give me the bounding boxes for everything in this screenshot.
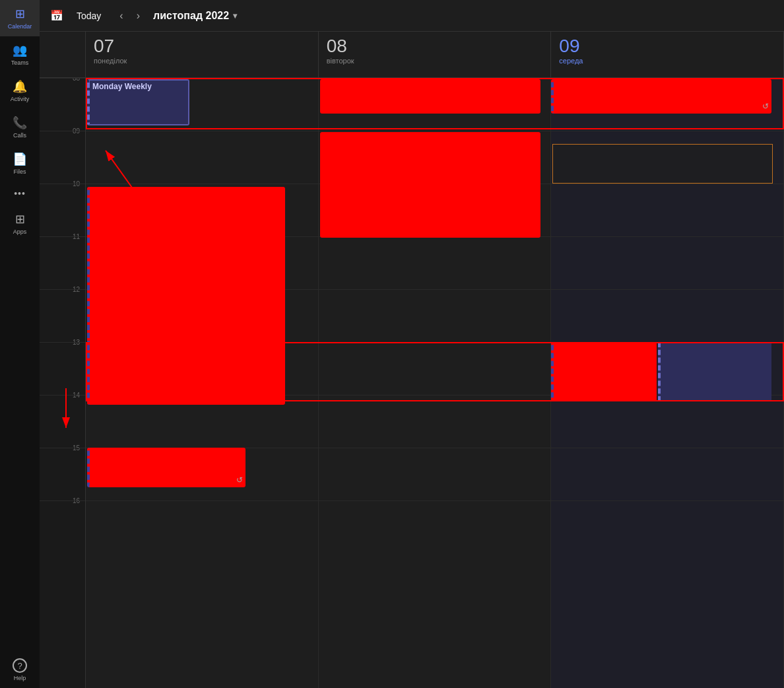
event-mon-red3[interactable]: ↺ — [87, 448, 245, 487]
event-tue-red1[interactable] — [320, 79, 540, 114]
sidebar-label-activity: Activity — [11, 96, 30, 102]
activity-icon: 🔔 — [13, 79, 27, 94]
event-mon-red2[interactable] — [87, 342, 285, 401]
next-button[interactable]: › — [131, 7, 145, 24]
column-tuesday — [319, 78, 552, 688]
day-num-wed: 09 — [559, 37, 775, 55]
sidebar-item-files[interactable]: 📄 Files — [0, 145, 40, 182]
files-icon: 📄 — [13, 152, 27, 166]
sidebar-item-more[interactable]: ••• — [0, 182, 40, 205]
calendar-icon: ⊞ — [15, 7, 25, 21]
today-button[interactable]: Today — [71, 8, 106, 24]
sidebar-item-teams[interactable]: 👥 Teams — [0, 36, 40, 73]
apps-icon: ⊞ — [15, 212, 25, 226]
month-selector[interactable]: листопад 2022 ▾ — [153, 10, 237, 22]
prev-button[interactable]: ‹ — [114, 7, 128, 24]
help-icon: ? — [13, 658, 27, 673]
sidebar-label-teams: Teams — [11, 59, 29, 66]
calls-icon: 📞 — [13, 116, 27, 130]
sidebar-item-help[interactable]: ? Help — [0, 652, 40, 688]
time-gutter: 08 09 10 11 12 13 14 15 16 — [40, 78, 86, 688]
day-name-mon: понеділок — [94, 57, 310, 65]
sidebar-label-apps: Apps — [13, 228, 27, 235]
column-wednesday: ↺ — [551, 78, 784, 688]
scrollable-grid[interactable]: 08 09 10 11 12 13 14 15 16 — [40, 78, 784, 688]
day-num-mon: 07 — [94, 37, 310, 55]
sidebar-item-calls[interactable]: 📞 Calls — [0, 109, 40, 145]
day-num-tue: 08 — [327, 37, 543, 55]
time-gutter-header — [40, 32, 86, 77]
refresh-icon-mon: ↺ — [236, 475, 243, 485]
day-name-wed: середа — [559, 57, 775, 65]
sidebar-item-apps[interactable]: ⊞ Apps — [0, 205, 40, 242]
sidebar: ⊞ Calendar 👥 Teams 🔔 Activity 📞 Calls 📄 … — [0, 0, 40, 688]
event-tue-red2[interactable] — [320, 132, 540, 238]
sidebar-label-files: Files — [13, 168, 26, 175]
chevron-down-icon: ▾ — [233, 11, 237, 20]
sidebar-bottom: ? Help — [0, 652, 40, 688]
column-monday: Monday Weekly ↺ — [86, 78, 319, 688]
toolbar: 📅 Today ‹ › листопад 2022 ▾ — [40, 0, 784, 32]
event-wed-red1[interactable]: ↺ — [551, 79, 771, 114]
more-icon: ••• — [14, 188, 26, 199]
event-wed-bluedark[interactable] — [658, 342, 771, 401]
calendar-view: 07 понеділок 08 вівторок 09 середа 08 09… — [40, 32, 784, 688]
event-wed-red2[interactable] — [551, 342, 657, 401]
event-monday-weekly[interactable]: Monday Weekly — [87, 79, 189, 125]
sidebar-label-calendar: Calendar — [8, 23, 32, 30]
teams-icon: 👥 — [13, 43, 27, 57]
refresh-icon-wed1: ↺ — [762, 102, 769, 111]
event-wed-outline[interactable] — [552, 144, 773, 184]
event-label-monday-weekly: Monday Weekly — [90, 81, 188, 92]
day-name-tue: вівторок — [327, 57, 543, 65]
day-headers: 07 понеділок 08 вівторок 09 середа — [40, 32, 784, 78]
month-label: листопад 2022 — [153, 10, 229, 22]
sidebar-label-help: Help — [14, 675, 26, 681]
sidebar-item-activity[interactable]: 🔔 Activity — [0, 73, 40, 109]
nav-controls: ‹ › — [114, 7, 145, 24]
day-header-wed: 09 середа — [551, 32, 784, 77]
grid-body: 08 09 10 11 12 13 14 15 16 — [40, 78, 784, 688]
calendar-mini-icon: 📅 — [50, 9, 63, 22]
sidebar-item-calendar[interactable]: ⊞ Calendar — [0, 0, 40, 36]
day-header-tue: 08 вівторок — [319, 32, 552, 77]
today-label: Today — [77, 11, 101, 21]
sidebar-label-calls: Calls — [13, 132, 26, 139]
day-header-mon: 07 понеділок — [86, 32, 319, 77]
main-content: 📅 Today ‹ › листопад 2022 ▾ 07 понеділок… — [40, 0, 784, 688]
